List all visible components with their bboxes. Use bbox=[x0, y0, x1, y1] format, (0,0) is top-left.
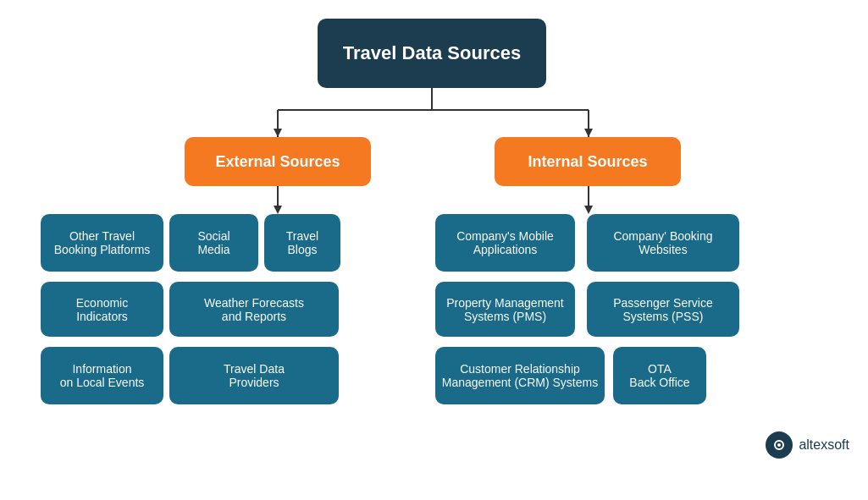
economic-indicators-node: EconomicIndicators bbox=[41, 282, 163, 337]
svg-marker-5 bbox=[584, 129, 593, 137]
other-travel-node: Other TravelBooking Platforms bbox=[41, 214, 163, 272]
root-node: Travel Data Sources bbox=[318, 19, 546, 88]
other-travel-label: Other TravelBooking Platforms bbox=[54, 229, 151, 256]
economic-label: EconomicIndicators bbox=[76, 296, 128, 323]
travel-data-providers-label: Travel DataProviders bbox=[224, 362, 285, 389]
external-sources-node: External Sources bbox=[185, 137, 371, 186]
social-media-node: SocialMedia bbox=[169, 214, 258, 272]
pms-label: Property ManagementSystems (PMS) bbox=[446, 296, 564, 323]
svg-point-12 bbox=[777, 443, 781, 447]
weather-forecasts-node: Weather Forecastsand Reports bbox=[169, 282, 339, 337]
svg-marker-3 bbox=[274, 129, 282, 137]
internal-label: Internal Sources bbox=[528, 153, 647, 171]
altexsoft-logo: altexsoft bbox=[766, 431, 849, 459]
svg-marker-9 bbox=[584, 206, 593, 214]
travel-blogs-node: TravelBlogs bbox=[264, 214, 340, 272]
booking-websites-label: Company' BookingWebsites bbox=[613, 229, 712, 256]
pss-node: Passenger ServiceSystems (PSS) bbox=[587, 282, 739, 337]
logo-icon bbox=[766, 431, 793, 459]
diagram-container: Travel Data Sources External Sources Int… bbox=[0, 0, 868, 474]
external-label: External Sources bbox=[215, 153, 340, 171]
local-events-node: Informationon Local Events bbox=[41, 347, 163, 404]
mobile-apps-label: Company's MobileApplications bbox=[456, 229, 554, 256]
local-events-label: Informationon Local Events bbox=[60, 362, 145, 389]
travel-blogs-label: TravelBlogs bbox=[286, 229, 318, 256]
travel-data-providers-node: Travel DataProviders bbox=[169, 347, 339, 404]
logo-text: altexsoft bbox=[799, 437, 849, 453]
booking-websites-node: Company' BookingWebsites bbox=[587, 214, 739, 272]
crm-label: Customer RelationshipManagement (CRM) Sy… bbox=[442, 362, 598, 389]
pss-label: Passenger ServiceSystems (PSS) bbox=[613, 296, 713, 323]
ota-label: OTABack Office bbox=[629, 362, 689, 389]
mobile-apps-node: Company's MobileApplications bbox=[435, 214, 575, 272]
social-media-label: SocialMedia bbox=[197, 229, 229, 256]
crm-node: Customer RelationshipManagement (CRM) Sy… bbox=[435, 347, 605, 404]
altexsoft-icon bbox=[771, 437, 788, 453]
weather-label: Weather Forecastsand Reports bbox=[204, 296, 304, 323]
ota-node: OTABack Office bbox=[613, 347, 706, 404]
svg-marker-7 bbox=[274, 206, 282, 214]
root-label: Travel Data Sources bbox=[343, 42, 521, 64]
internal-sources-node: Internal Sources bbox=[495, 137, 681, 186]
pms-node: Property ManagementSystems (PMS) bbox=[435, 282, 575, 337]
